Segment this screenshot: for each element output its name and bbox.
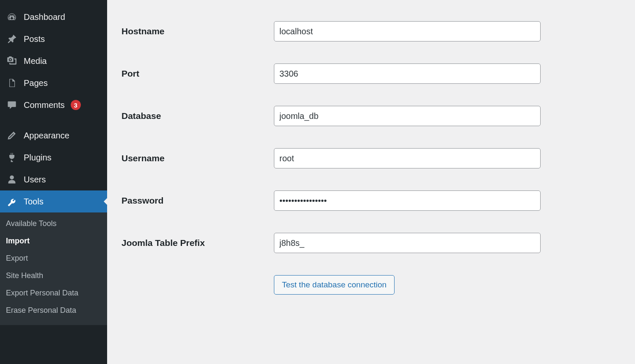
media-icon <box>6 55 18 67</box>
appearance-icon <box>6 130 18 141</box>
users-icon <box>6 174 18 185</box>
submenu-export-personal-data[interactable]: Export Personal Data <box>0 284 107 302</box>
sidebar-item-label: Comments <box>24 100 65 110</box>
sidebar-item-tools[interactable]: Tools <box>0 190 107 212</box>
test-connection-button[interactable]: Test the database connection <box>274 275 395 295</box>
sidebar-item-label: Pages <box>24 78 48 88</box>
sidebar-item-label: Appearance <box>24 131 69 141</box>
pin-icon <box>6 33 18 45</box>
password-label: Password <box>121 196 274 206</box>
submenu-available-tools[interactable]: Available Tools <box>0 215 107 232</box>
prefix-label: Joomla Table Prefix <box>121 238 274 248</box>
prefix-input[interactable] <box>274 233 541 253</box>
sidebar-item-users[interactable]: Users <box>0 168 107 190</box>
admin-sidebar: Dashboard Posts Media Pages Comments 3 A… <box>0 0 107 364</box>
sidebar-item-pages[interactable]: Pages <box>0 72 107 94</box>
tools-submenu: Available Tools Import Export Site Healt… <box>0 212 107 325</box>
submenu-site-health[interactable]: Site Health <box>0 267 107 284</box>
username-label: Username <box>121 153 274 163</box>
hostname-label: Hostname <box>121 26 274 36</box>
password-input[interactable] <box>274 190 541 211</box>
sidebar-item-label: Users <box>24 175 46 185</box>
comments-badge: 3 <box>71 100 81 110</box>
tools-icon <box>6 196 18 207</box>
sidebar-item-label: Dashboard <box>24 12 65 22</box>
sidebar-item-appearance[interactable]: Appearance <box>0 124 107 146</box>
sidebar-item-label: Posts <box>24 34 45 44</box>
plugins-icon <box>6 152 18 163</box>
submenu-erase-personal-data[interactable]: Erase Personal Data <box>0 302 107 319</box>
sidebar-item-comments[interactable]: Comments 3 <box>0 94 107 116</box>
sidebar-item-plugins[interactable]: Plugins <box>0 146 107 168</box>
port-label: Port <box>121 69 274 79</box>
database-input[interactable] <box>274 106 541 126</box>
submenu-export[interactable]: Export <box>0 250 107 267</box>
sidebar-item-label: Plugins <box>24 153 52 163</box>
submenu-import[interactable]: Import <box>0 232 107 250</box>
content-area: Hostname Port Database Username Password… <box>107 0 635 364</box>
sidebar-item-posts[interactable]: Posts <box>0 28 107 50</box>
sidebar-item-label: Media <box>24 56 47 66</box>
database-label: Database <box>121 111 274 121</box>
sidebar-item-dashboard[interactable]: Dashboard <box>0 6 107 28</box>
hostname-input[interactable] <box>274 21 541 41</box>
sidebar-item-media[interactable]: Media <box>0 50 107 72</box>
sidebar-item-label: Tools <box>24 197 44 207</box>
port-input[interactable] <box>274 63 541 84</box>
username-input[interactable] <box>274 148 541 168</box>
dashboard-icon <box>6 11 18 23</box>
comments-icon <box>6 99 18 111</box>
db-connection-form: Hostname Port Database Username Password… <box>121 21 618 295</box>
pages-icon <box>6 77 18 89</box>
